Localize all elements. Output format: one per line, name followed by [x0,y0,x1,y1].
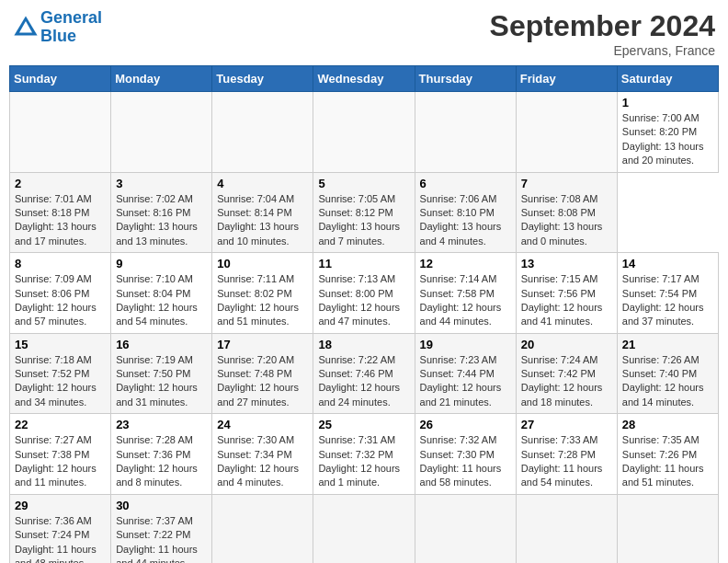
daylight: Daylight: 11 hours and 58 minutes. [420,463,502,488]
calendar-cell [516,92,617,173]
sunrise: Sunrise: 7:32 AM [420,434,497,445]
calendar-cell: 5 Sunrise: 7:05 AM Sunset: 8:12 PM Dayli… [313,172,415,253]
calendar-cell [10,92,111,173]
day-info: Sunrise: 7:23 AM Sunset: 7:44 PM Dayligh… [420,353,511,410]
daylight: Daylight: 13 hours and 20 minutes. [622,141,704,166]
calendar-cell [415,92,516,173]
weekday-header-tuesday: Tuesday [212,66,313,92]
sunset: Sunset: 8:08 PM [521,207,596,218]
sunset: Sunset: 7:28 PM [521,449,596,460]
day-info: Sunrise: 7:31 AM Sunset: 7:32 PM Dayligh… [318,433,409,490]
sunrise: Sunrise: 7:11 AM [217,273,294,284]
calendar-cell: 22 Sunrise: 7:27 AM Sunset: 7:38 PM Dayl… [10,414,111,495]
calendar-cell: 30 Sunrise: 7:37 AM Sunset: 7:22 PM Dayl… [111,494,212,563]
daylight: Daylight: 12 hours and 24 minutes. [318,382,400,407]
day-info: Sunrise: 7:08 AM Sunset: 8:08 PM Dayligh… [521,192,612,249]
daylight: Daylight: 12 hours and 21 minutes. [420,382,502,407]
sunset: Sunset: 7:36 PM [116,449,190,460]
calendar-cell: 28 Sunrise: 7:35 AM Sunset: 7:26 PM Dayl… [617,414,718,495]
title-block: September 2024 Epervans, France [490,9,715,58]
day-info: Sunrise: 7:05 AM Sunset: 8:12 PM Dayligh… [318,192,409,249]
day-number: 7 [521,177,612,190]
calendar-cell: 16 Sunrise: 7:19 AM Sunset: 7:50 PM Dayl… [111,333,212,414]
daylight: Daylight: 12 hours and 37 minutes. [622,302,704,327]
sunset: Sunset: 8:18 PM [15,207,89,218]
day-info: Sunrise: 7:01 AM Sunset: 8:18 PM Dayligh… [15,192,106,249]
sunrise: Sunrise: 7:19 AM [116,354,193,365]
sunrise: Sunrise: 7:23 AM [420,354,497,365]
day-info: Sunrise: 7:19 AM Sunset: 7:50 PM Dayligh… [116,353,207,410]
sunset: Sunset: 7:22 PM [116,529,190,540]
calendar-cell [313,92,415,173]
sunrise: Sunrise: 7:30 AM [217,434,294,445]
calendar-cell: 21 Sunrise: 7:26 AM Sunset: 7:40 PM Dayl… [617,333,718,414]
sunset: Sunset: 8:14 PM [217,207,291,218]
sunrise: Sunrise: 7:28 AM [116,434,193,445]
daylight: Daylight: 11 hours and 44 minutes. [116,544,198,563]
daylight: Daylight: 12 hours and 11 minutes. [15,463,97,488]
day-number: 5 [318,177,409,190]
day-info: Sunrise: 7:10 AM Sunset: 8:04 PM Dayligh… [116,272,207,329]
sunrise: Sunrise: 7:27 AM [15,434,92,445]
calendar-cell: 17 Sunrise: 7:20 AM Sunset: 7:48 PM Dayl… [212,333,313,414]
day-info: Sunrise: 7:00 AM Sunset: 8:20 PM Dayligh… [622,111,713,168]
day-number: 9 [116,257,207,270]
day-number: 17 [217,338,308,351]
day-info: Sunrise: 7:26 AM Sunset: 7:40 PM Dayligh… [622,353,713,410]
sunset: Sunset: 7:42 PM [521,368,596,379]
daylight: Daylight: 12 hours and 14 minutes. [622,382,704,407]
calendar-cell: 29 Sunrise: 7:36 AM Sunset: 7:24 PM Dayl… [10,494,111,563]
calendar-cell: 4 Sunrise: 7:04 AM Sunset: 8:14 PM Dayli… [212,172,313,253]
sunset: Sunset: 7:52 PM [15,368,89,379]
sunset: Sunset: 7:50 PM [116,368,190,379]
calendar-cell: 25 Sunrise: 7:31 AM Sunset: 7:32 PM Dayl… [313,414,415,495]
month-title: September 2024 [490,9,715,43]
calendar-cell: 7 Sunrise: 7:08 AM Sunset: 8:08 PM Dayli… [516,172,617,253]
calendar-cell: 20 Sunrise: 7:24 AM Sunset: 7:42 PM Dayl… [516,333,617,414]
daylight: Daylight: 11 hours and 54 minutes. [521,463,603,488]
daylight: Daylight: 12 hours and 47 minutes. [318,302,400,327]
sunset: Sunset: 8:20 PM [622,126,697,137]
weekday-header-wednesday: Wednesday [313,66,415,92]
sunset: Sunset: 7:38 PM [15,449,89,460]
daylight: Daylight: 12 hours and 8 minutes. [116,463,198,488]
sunset: Sunset: 8:02 PM [217,288,291,299]
day-number: 13 [521,257,612,270]
calendar-cell: 26 Sunrise: 7:32 AM Sunset: 7:30 PM Dayl… [415,414,516,495]
day-number: 22 [15,418,106,431]
daylight: Daylight: 11 hours and 51 minutes. [622,463,704,488]
calendar-cell: 6 Sunrise: 7:06 AM Sunset: 8:10 PM Dayli… [415,172,516,253]
daylight: Daylight: 12 hours and 57 minutes. [15,302,97,327]
calendar-header-row: SundayMondayTuesdayWednesdayThursdayFrid… [10,66,719,92]
sunset: Sunset: 8:10 PM [420,207,495,218]
calendar-week-4: 15 Sunrise: 7:18 AM Sunset: 7:52 PM Dayl… [10,333,719,414]
sunrise: Sunrise: 7:04 AM [217,193,294,204]
sunrise: Sunrise: 7:10 AM [116,273,193,284]
sunset: Sunset: 8:12 PM [318,207,392,218]
day-info: Sunrise: 7:24 AM Sunset: 7:42 PM Dayligh… [521,353,612,410]
day-info: Sunrise: 7:36 AM Sunset: 7:24 PM Dayligh… [15,514,106,563]
sunrise: Sunrise: 7:01 AM [15,193,92,204]
sunrise: Sunrise: 7:33 AM [521,434,598,445]
sunset: Sunset: 8:04 PM [116,288,190,299]
sunset: Sunset: 8:16 PM [116,207,190,218]
day-number: 19 [420,338,511,351]
daylight: Daylight: 13 hours and 17 minutes. [15,221,97,246]
day-number: 11 [318,257,409,270]
sunset: Sunset: 7:56 PM [521,288,596,299]
day-info: Sunrise: 7:04 AM Sunset: 8:14 PM Dayligh… [217,192,308,249]
calendar-cell: 19 Sunrise: 7:23 AM Sunset: 7:44 PM Dayl… [415,333,516,414]
calendar-cell [516,494,617,563]
sunset: Sunset: 7:24 PM [15,529,89,540]
sunset: Sunset: 7:54 PM [622,288,697,299]
sunset: Sunset: 7:48 PM [217,368,291,379]
calendar-cell [212,494,313,563]
day-number: 10 [217,257,308,270]
calendar-cell [617,494,718,563]
day-number: 24 [217,418,308,431]
daylight: Daylight: 12 hours and 44 minutes. [420,302,502,327]
calendar-cell: 14 Sunrise: 7:17 AM Sunset: 7:54 PM Dayl… [617,253,718,334]
day-info: Sunrise: 7:37 AM Sunset: 7:22 PM Dayligh… [116,514,207,563]
calendar-cell: 8 Sunrise: 7:09 AM Sunset: 8:06 PM Dayli… [10,253,111,334]
logo-icon [13,15,39,40]
